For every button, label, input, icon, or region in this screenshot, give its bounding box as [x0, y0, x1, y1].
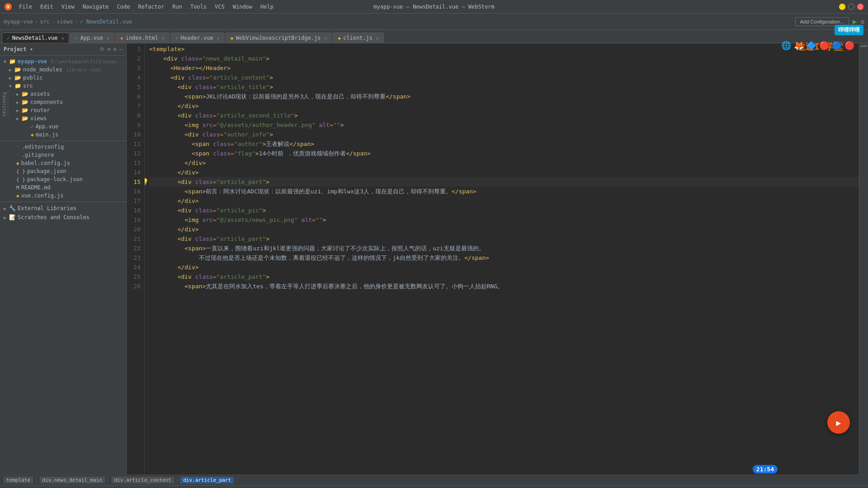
- line-num-18: 18: [127, 206, 141, 215]
- breadcrumb-views[interactable]: views: [57, 19, 73, 25]
- project-label: Project ▾: [4, 46, 33, 52]
- val4: "article_content": [209, 73, 269, 82]
- tag9-2: [316, 120, 319, 130]
- bilibili-area[interactable]: 哔哩哔哩: [835, 25, 863, 35]
- tab-headervue[interactable]: ✓ Header.vue ✕: [170, 33, 225, 43]
- menu-refactor[interactable]: Refactor: [134, 3, 168, 11]
- sidebar-item-mainjs[interactable]: ◈ main.js: [0, 131, 126, 139]
- maximize-button[interactable]: [848, 4, 854, 10]
- menu-run[interactable]: Run: [169, 3, 186, 11]
- menu-file[interactable]: File: [15, 3, 36, 11]
- tag19-2: [298, 215, 302, 225]
- folder-icon-src: 📁: [14, 83, 21, 89]
- attr25: class: [195, 272, 213, 282]
- punct: =: [199, 54, 203, 63]
- sidebar-item-packagejson[interactable]: { } package.json: [0, 167, 126, 175]
- sidebar-item-public[interactable]: 📂 public: [0, 74, 126, 82]
- tab-label-indexhtml: index.html: [126, 35, 158, 41]
- tag11-2: >: [262, 139, 266, 149]
- menu-window[interactable]: Window: [229, 3, 256, 11]
- sidebar-item-myapp-vue[interactable]: 📁 myapp-vue D:\workspace\ttit\myap...: [0, 57, 126, 66]
- indent23: [149, 253, 199, 263]
- tab-close-clientjs[interactable]: ✕: [376, 36, 379, 41]
- tab-bar: ✓ NewsDetail.vue ✕ ✓ App.vue ✕ ◆ index.h…: [0, 30, 868, 43]
- tab-newsdetail[interactable]: ✓ NewsDetail.vue ✕: [2, 33, 69, 43]
- settings-icon[interactable]: ⚙: [861, 18, 864, 25]
- punct19-2: =: [312, 215, 316, 225]
- line-num-9: 9: [127, 120, 141, 130]
- tab-webview[interactable]: ◈ WebViewJavascriptBridge.js ✕: [226, 33, 332, 43]
- code-area[interactable]: <template> <div class="news_detail_main"…: [145, 43, 859, 474]
- tree-label-readme: README.md: [21, 184, 51, 191]
- sidebar-item-views[interactable]: 📂 views: [0, 114, 126, 122]
- sidebar-close-icon[interactable]: —: [119, 46, 123, 52]
- menu-vcs[interactable]: VCS: [211, 3, 228, 11]
- tab-close-appvue[interactable]: ✕: [107, 36, 109, 41]
- tree-label-packagelockjson: package-lock.json: [27, 176, 83, 183]
- menu-view[interactable]: View: [58, 3, 78, 11]
- sidebar-item-scratches[interactable]: 📝 Scratches and Consoles: [0, 213, 126, 222]
- menu-tools[interactable]: Tools: [187, 3, 210, 11]
- folder-icon-nm: 📂: [14, 66, 21, 73]
- js-icon2: ◈: [338, 35, 341, 41]
- punct9-2: =: [330, 120, 333, 130]
- close-button[interactable]: [857, 4, 863, 10]
- breadcrumb-file[interactable]: ✓ NewsDetail.vue: [80, 19, 132, 25]
- line-num-25: 25: [127, 272, 141, 282]
- tab-close-webview[interactable]: ✕: [324, 36, 327, 41]
- sidebar-item-editorconfig[interactable]: ◦ .editorconfig: [0, 143, 126, 151]
- bottom-tag-news-detail-main[interactable]: div.news_detail_main: [40, 477, 105, 483]
- bottom-tag-article-content[interactable]: div.article_content: [112, 477, 174, 483]
- tree-path: D:\workspace\ttit\myap...: [51, 59, 126, 65]
- sidebar-item-appvue[interactable]: ✓ App.vue: [0, 122, 126, 131]
- sort-icon[interactable]: ≡: [107, 46, 110, 52]
- tab-close-newsdetail[interactable]: ✕: [61, 36, 64, 41]
- breadcrumb-project[interactable]: myapp-vue: [4, 19, 33, 25]
- indent6: [149, 92, 184, 101]
- lightbulb-icon[interactable]: 💡: [145, 177, 149, 187]
- attr5: class: [195, 82, 213, 92]
- menu-help[interactable]: Help: [257, 3, 277, 11]
- tag19: <img: [184, 215, 202, 225]
- tab-close-indexhtml[interactable]: ✕: [162, 36, 165, 41]
- tab-clientjs[interactable]: ◈ client.js ✕: [333, 33, 384, 43]
- tab-indexhtml[interactable]: ◆ index.html ✕: [115, 33, 170, 43]
- floating-video-button[interactable]: [827, 411, 850, 434]
- menu-code[interactable]: Code: [113, 3, 134, 11]
- sidebar-item-src[interactable]: 📁 src: [0, 82, 126, 90]
- sidebar-item-node-modules[interactable]: 📂 node_modules library root: [0, 66, 126, 74]
- close9: >: [340, 120, 344, 130]
- bottom-tag-template[interactable]: template: [4, 477, 33, 483]
- code-line-19: <img src="@/assets/news_pic.png" alt="">: [149, 215, 859, 225]
- gear-icon[interactable]: ⚙: [113, 46, 117, 52]
- sidebar-item-packagelockjson[interactable]: { } package-lock.json: [0, 175, 126, 183]
- sidebar-item-external-libraries[interactable]: 🔧 External Libraries: [0, 204, 126, 213]
- tab-appvue[interactable]: ✓ App.vue ✕: [70, 33, 114, 43]
- sync-icon[interactable]: ⟳: [100, 46, 104, 52]
- tree-label-editorconfig: .editorconfig: [21, 144, 64, 150]
- sidebar-item-gitignore[interactable]: ◦ .gitignore: [0, 151, 126, 159]
- menu-edit[interactable]: Edit: [37, 3, 57, 11]
- editor-scrollbar[interactable]: [859, 43, 868, 474]
- sidebar-item-babelconfig[interactable]: ◈ babel.config.js: [0, 159, 126, 167]
- line-num-13: 13: [127, 158, 141, 168]
- line-num-23: 23: [127, 253, 141, 263]
- editor-area: 1 2 3 4 5 6 7 8 9 10 11 12 13 14 15 16 1…: [127, 43, 868, 474]
- line-num-4: 4: [127, 73, 141, 82]
- tab-close-headervue[interactable]: ✕: [217, 36, 220, 41]
- text11: 王者解说: [266, 139, 289, 149]
- breadcrumb-src[interactable]: src: [40, 19, 50, 25]
- sidebar-item-assets[interactable]: 📂 assets: [0, 90, 126, 98]
- sidebar-item-vueconfig[interactable]: ◈ vue.config.js: [0, 192, 126, 200]
- sidebar-item-router[interactable]: 📂 router: [0, 106, 126, 114]
- bottom-sep3: ›: [176, 477, 179, 483]
- menu-navigate[interactable]: Navigate: [79, 3, 113, 11]
- line-num-7: 7: [127, 101, 141, 111]
- tree-label-components: components: [30, 99, 63, 105]
- minimize-button[interactable]: [839, 4, 845, 10]
- sidebar-item-readme[interactable]: M README.md: [0, 183, 126, 192]
- menu-bar[interactable]: File Edit View Navigate Code Refactor Ru…: [15, 3, 277, 11]
- sidebar-item-components[interactable]: 📂 components: [0, 98, 126, 106]
- attr10: class: [202, 130, 220, 139]
- bottom-tag-article-part[interactable]: div.article_part: [180, 477, 234, 483]
